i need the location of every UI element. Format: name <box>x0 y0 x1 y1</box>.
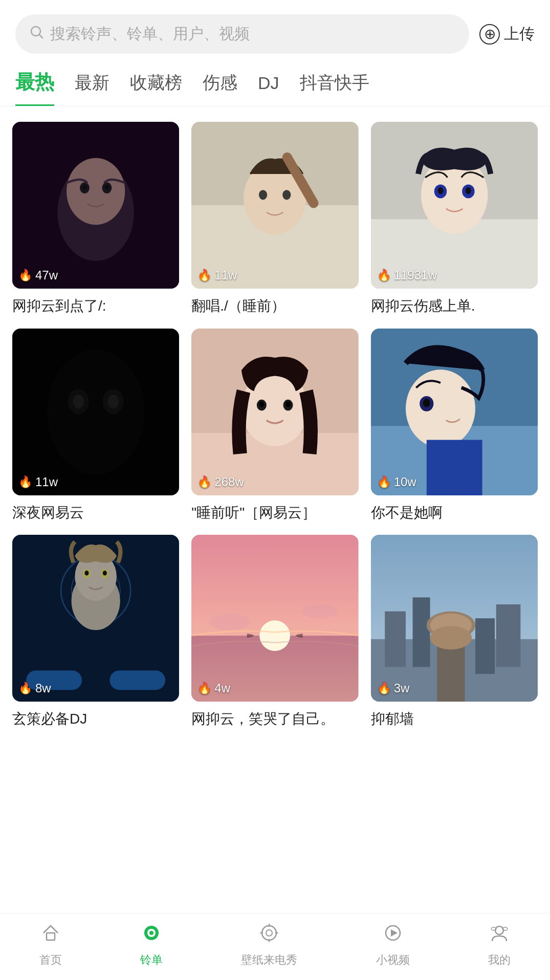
bottom-nav-icon-home <box>39 922 62 949</box>
svg-point-85 <box>495 926 503 934</box>
card-thumbnail-9: 🔥3w <box>371 535 538 702</box>
bottom-nav-ringtone[interactable]: 铃单 <box>140 922 163 968</box>
bottom-nav-label-wallpaper: 壁纸来电秀 <box>241 952 297 968</box>
bottom-nav-mine[interactable]: 我的 <box>488 922 511 968</box>
card-count-4: 🔥11w <box>18 475 58 489</box>
search-icon <box>30 25 44 43</box>
svg-point-23 <box>466 187 471 194</box>
card-title-2: 翻唱./（睡前） <box>191 296 358 316</box>
nav-tab-dj[interactable]: DJ <box>258 73 279 102</box>
card-title-4: 深夜网易云 <box>12 503 179 522</box>
svg-point-37 <box>286 401 291 407</box>
card-title-3: 网抑云伤感上单. <box>371 296 538 316</box>
header: 搜索铃声、铃单、用户、视频 ⊕ 上传 <box>0 0 550 64</box>
card-title-9: 抑郁墙 <box>371 709 538 729</box>
svg-rect-73 <box>47 933 55 940</box>
nav-tab-collect[interactable]: 收藏榜 <box>130 71 182 104</box>
svg-rect-43 <box>426 440 482 495</box>
bottom-nav-label-ringtone: 铃单 <box>140 952 163 968</box>
svg-point-42 <box>423 399 430 407</box>
upload-plus-icon: ⊕ <box>479 24 500 45</box>
svg-rect-16 <box>191 122 358 289</box>
search-placeholder-text: 搜索铃声、铃单、用户、视频 <box>50 24 250 45</box>
card-count-1: 🔥47w <box>18 268 58 282</box>
card-title-6: 你不是她啊 <box>371 503 538 522</box>
nav-tab-sad[interactable]: 伤感 <box>203 71 237 104</box>
card-count-3: 🔥11931w <box>377 268 437 282</box>
card-thumbnail-2: 🔥11w <box>191 122 358 289</box>
svg-rect-30 <box>12 329 179 495</box>
card-3[interactable]: 🔥11931w网抑云伤感上单. <box>371 122 538 316</box>
card-count-2: 🔥11w <box>197 268 237 282</box>
svg-point-40 <box>406 369 475 447</box>
card-count-6: 🔥10w <box>377 475 416 489</box>
card-6[interactable]: 🔥10w你不是她啊 <box>371 329 538 523</box>
fire-icon-5: 🔥 <box>197 475 211 489</box>
card-8[interactable]: 🔥4w网抑云，笑哭了自己。 <box>191 535 358 729</box>
bottom-nav-video[interactable]: 小视频 <box>376 922 410 968</box>
card-thumbnail-8: 🔥4w <box>191 535 358 702</box>
svg-point-36 <box>259 401 265 407</box>
svg-point-22 <box>437 187 443 194</box>
fire-icon-7: 🔥 <box>18 682 32 695</box>
card-count-9: 🔥3w <box>377 681 410 695</box>
card-9[interactable]: 🔥3w抑郁墙 <box>371 535 538 729</box>
card-count-7: 🔥8w <box>18 681 51 695</box>
card-count-5: 🔥268w <box>197 475 244 489</box>
card-thumbnail-3: 🔥11931w <box>371 122 538 289</box>
bottom-nav-label-video: 小视频 <box>376 952 410 968</box>
bottom-nav-label-home: 首页 <box>39 952 62 968</box>
card-2[interactable]: 🔥11w翻唱./（睡前） <box>191 122 358 316</box>
card-4[interactable]: 🔥11w深夜网易云 <box>12 329 179 523</box>
upload-button[interactable]: ⊕ 上传 <box>479 24 535 45</box>
bottom-nav-icon-ringtone <box>140 922 163 949</box>
card-7[interactable]: 🔥8w玄策必备DJ <box>12 535 179 729</box>
bottom-nav-icon-video <box>382 922 404 949</box>
card-count-8: 🔥4w <box>197 681 230 695</box>
bottom-nav-label-mine: 我的 <box>488 952 511 968</box>
card-title-1: 网抑云到点了/: <box>12 296 179 316</box>
card-thumbnail-4: 🔥11w <box>12 329 179 495</box>
svg-point-60 <box>209 614 251 630</box>
nav-tabs: 最热最新收藏榜伤感DJ抖音快手 <box>0 64 550 106</box>
card-title-7: 玄策必备DJ <box>12 709 179 729</box>
svg-point-58 <box>260 620 291 651</box>
card-thumbnail-6: 🔥10w <box>371 329 538 495</box>
bottom-nav: 首页铃单壁纸来电秀小视频我的 <box>0 913 550 980</box>
bottom-nav-wallpaper[interactable]: 壁纸来电秀 <box>241 922 297 968</box>
svg-point-78 <box>266 930 272 936</box>
fire-icon-9: 🔥 <box>377 682 391 695</box>
fire-icon-1: 🔥 <box>18 269 32 282</box>
card-1[interactable]: 🔥47w网抑云到点了/: <box>12 122 179 316</box>
fire-icon-2: 🔥 <box>197 269 211 282</box>
content-grid: 🔥47w网抑云到点了/: 🔥11w翻唱./（睡前） 🔥11931w网抑云伤感上单… <box>0 106 550 745</box>
fire-icon-6: 🔥 <box>377 475 391 489</box>
svg-point-77 <box>262 926 276 940</box>
svg-rect-72 <box>371 535 538 702</box>
nav-tab-douyin[interactable]: 抖音快手 <box>300 71 369 104</box>
svg-point-76 <box>149 931 153 935</box>
card-5[interactable]: 🔥268w"睡前听"［网易云］ <box>191 329 358 523</box>
card-title-8: 网抑云，笑哭了自己。 <box>191 709 358 729</box>
bottom-nav-icon-mine <box>488 922 511 949</box>
card-thumbnail-7: 🔥8w <box>12 535 179 702</box>
fire-icon-3: 🔥 <box>377 269 391 282</box>
nav-tab-new[interactable]: 最新 <box>75 71 109 104</box>
fire-icon-8: 🔥 <box>197 682 211 695</box>
upload-label: 上传 <box>504 24 535 45</box>
svg-line-1 <box>39 35 43 38</box>
svg-rect-55 <box>12 535 179 702</box>
card-thumbnail-1: 🔥47w <box>12 122 179 289</box>
bottom-nav-home[interactable]: 首页 <box>39 922 62 968</box>
card-title-5: "睡前听"［网易云］ <box>191 503 358 522</box>
svg-marker-84 <box>391 929 398 937</box>
bottom-nav-icon-wallpaper <box>258 922 280 949</box>
svg-point-61 <box>303 604 338 618</box>
svg-rect-9 <box>12 122 179 289</box>
card-thumbnail-5: 🔥268w <box>191 329 358 495</box>
nav-tab-hot[interactable]: 最热 <box>15 69 54 106</box>
fire-icon-4: 🔥 <box>18 475 32 489</box>
search-bar[interactable]: 搜索铃声、铃单、用户、视频 <box>15 14 469 54</box>
